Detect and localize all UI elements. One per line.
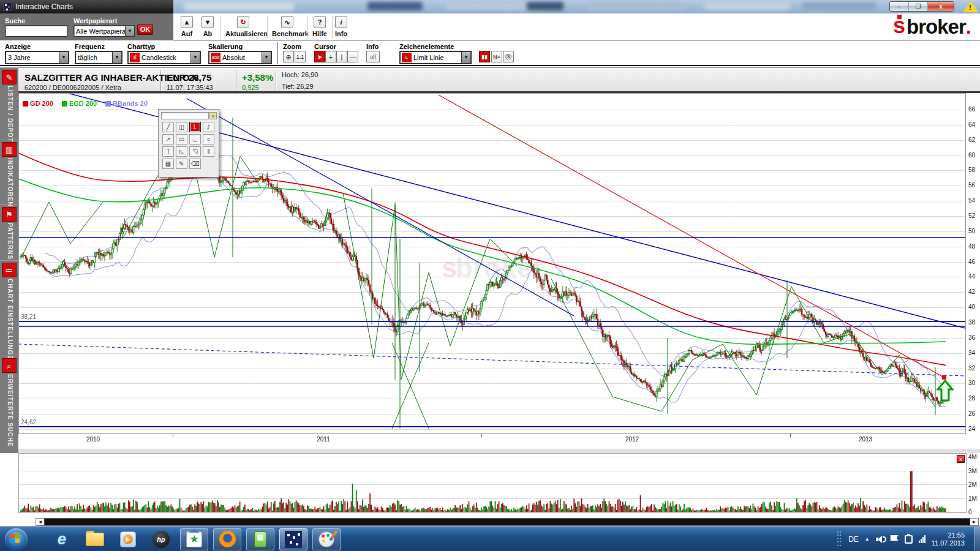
- panel-divider: [18, 449, 980, 453]
- palette-close-icon[interactable]: x: [209, 112, 217, 119]
- zeichenelemente-dropdown[interactable]: LLimit Linie▼: [399, 51, 472, 64]
- clipboard-icon[interactable]: [905, 535, 913, 544]
- language-indicator[interactable]: DE: [848, 535, 859, 544]
- legend-swatch-icon: [105, 101, 111, 107]
- palette-tool-button[interactable]: ◹: [189, 146, 201, 157]
- cursor-arrow-button[interactable]: ➤: [314, 51, 325, 62]
- year-tick-label: 2012: [625, 436, 639, 443]
- palette-tool-button[interactable]: ╱: [162, 122, 174, 132]
- news-tool-button[interactable]: N≡: [491, 51, 502, 62]
- frequenz-dropdown[interactable]: täglich▼: [75, 51, 123, 64]
- dropdown-arrow-icon: ▼: [461, 52, 470, 63]
- zeichenelemente-label: Zeichenelemente: [399, 43, 454, 50]
- price-tick-label: 46: [968, 258, 975, 265]
- windows-logo-icon: [10, 533, 20, 544]
- search-label: Suche: [5, 17, 25, 24]
- sidebar-item-listen-depot[interactable]: ✎ LISTEN / DEPOT: [0, 67, 18, 139]
- palette-tool-button[interactable]: ⫽: [203, 122, 214, 132]
- taskbar-interactive-charts[interactable]: [279, 528, 307, 550]
- palette-tool-button[interactable]: ▦: [162, 159, 174, 169]
- search-input[interactable]: [5, 25, 67, 37]
- anzeige-dropdown[interactable]: 3 Jahre▼: [5, 51, 69, 64]
- show-desktop-button[interactable]: [974, 527, 980, 551]
- refresh-button[interactable]: ↻Aktualisieren: [225, 16, 261, 37]
- taskbar-explorer[interactable]: [81, 528, 109, 550]
- info-icon: i: [335, 16, 347, 28]
- down-button[interactable]: ▼Ab: [194, 16, 221, 37]
- volume-icon[interactable]: [876, 536, 884, 543]
- palette-tool-button[interactable]: ⌫: [189, 159, 201, 169]
- taskbar-paint[interactable]: [312, 528, 341, 550]
- price-tick-label: 30: [968, 380, 975, 386]
- skalierung-dropdown[interactable]: absAbsolut▼: [208, 51, 272, 64]
- palette-tool-button[interactable]: L: [189, 122, 201, 132]
- dropdown-arrow-icon[interactable]: ▼: [125, 26, 134, 36]
- price-tick-label: 60: [968, 152, 975, 159]
- down-icon: ▼: [202, 16, 214, 28]
- zoom-in-button[interactable]: ⊕: [283, 51, 294, 62]
- taskbar-internet-explorer[interactable]: e: [48, 528, 76, 550]
- palette-tool-button[interactable]: ⦀: [203, 146, 214, 157]
- volume-chart-canvas[interactable]: [19, 454, 966, 512]
- volume-close-icon[interactable]: x: [957, 455, 965, 463]
- drawing-tools-palette[interactable]: x ╱◫L⫽↗▭◡○T◺◹⦀▦✎⌫: [158, 109, 219, 178]
- chart-horizontal-scrollbar[interactable]: ◄ ►: [36, 518, 979, 526]
- security-type-dropdown[interactable]: Alle Wertpapierarten ▼: [74, 25, 135, 37]
- zoom-label: Zoom: [283, 43, 301, 50]
- palette-tool-button[interactable]: ◺: [176, 146, 187, 157]
- candlestick-icon: ⫾⫿: [130, 53, 140, 62]
- sidebar-item-patterns[interactable]: ⚑ PATTERNS: [0, 204, 18, 260]
- start-button[interactable]: [4, 528, 29, 551]
- window-titlebar[interactable]: Interactive Charts: [0, 0, 173, 13]
- charttyp-dropdown[interactable]: ⫾⫿Candlestick▼: [127, 51, 201, 64]
- info-button[interactable]: iInfo: [328, 16, 355, 37]
- palette-tool-button[interactable]: T: [162, 146, 174, 157]
- desktop: Interactive Charts – ❐ x ! Suche Wertpap…: [0, 0, 980, 551]
- scrollbar-thumb[interactable]: [44, 519, 970, 525]
- scroll-left-icon[interactable]: ◄: [36, 519, 44, 525]
- cursor-hline-button[interactable]: —: [347, 51, 358, 62]
- cursor-vline-button[interactable]: |: [336, 51, 347, 62]
- info-off-button[interactable]: off: [366, 51, 380, 62]
- close-button[interactable]: x: [928, 2, 954, 11]
- palette-tool-button[interactable]: ◡: [189, 134, 201, 144]
- price-tick-label: 34: [968, 350, 975, 356]
- taskbar-sipgate[interactable]: [246, 528, 274, 550]
- taskbar-hp[interactable]: hp: [147, 528, 175, 550]
- taskbar-firefox[interactable]: [213, 528, 241, 550]
- bars-tool-button[interactable]: ▮▮: [479, 51, 490, 62]
- sidebar-item-chart-einstellungen[interactable]: ≔ CHART EINSTELLUNGEN: [0, 260, 18, 355]
- palette-tool-button[interactable]: ✎: [176, 159, 187, 169]
- zoom-1-1-button[interactable]: 1:1: [295, 51, 306, 62]
- media-player-icon: ▶: [120, 531, 136, 547]
- tray-chevron-icon[interactable]: ▲: [865, 536, 870, 542]
- sidebar-item-erweiterte-suche[interactable]: ⌕ ERWEITERTE SUCHE: [0, 356, 18, 452]
- chart-settings-icon: ≔: [2, 263, 17, 277]
- patterns-icon: ⚑: [2, 207, 17, 222]
- sidebar-item-indikatoren[interactable]: ▥ INDIKATOREN: [0, 140, 18, 204]
- taskbar-media-player[interactable]: ▶: [114, 528, 142, 550]
- s-tool-button[interactable]: Ⓢ: [503, 51, 514, 62]
- palette-titlebar[interactable]: [161, 112, 209, 119]
- network-signal-icon[interactable]: [919, 535, 925, 543]
- benchmark-button[interactable]: ∿Benchmark: [272, 16, 303, 37]
- action-center-flag-icon[interactable]: [891, 535, 899, 541]
- restore-button[interactable]: ❐: [909, 2, 928, 11]
- day-low: Tief: 26,29: [282, 83, 314, 90]
- tray-grip: [837, 531, 842, 547]
- palette-tool-button[interactable]: ▭: [176, 134, 187, 144]
- clock[interactable]: 21:55 11.07.2013: [932, 531, 965, 547]
- last-price: EUR 26,75: [167, 72, 211, 83]
- scroll-right-icon[interactable]: ►: [970, 519, 978, 525]
- palette-tool-button[interactable]: ◫: [176, 122, 187, 132]
- palette-tool-button[interactable]: ↗: [162, 134, 174, 144]
- ok-button[interactable]: OK: [137, 24, 153, 35]
- minimize-button[interactable]: –: [890, 2, 909, 11]
- palette-tool-button[interactable]: ○: [203, 134, 214, 144]
- change-absolute: 0,925: [242, 84, 259, 91]
- cursor-cross-button[interactable]: +: [325, 51, 336, 62]
- price-tick-label: 26: [968, 410, 975, 417]
- taskbar-home-app[interactable]: ★: [180, 528, 208, 550]
- volume-tick-label: 0: [968, 509, 972, 515]
- price-tick-label: 56: [968, 182, 975, 189]
